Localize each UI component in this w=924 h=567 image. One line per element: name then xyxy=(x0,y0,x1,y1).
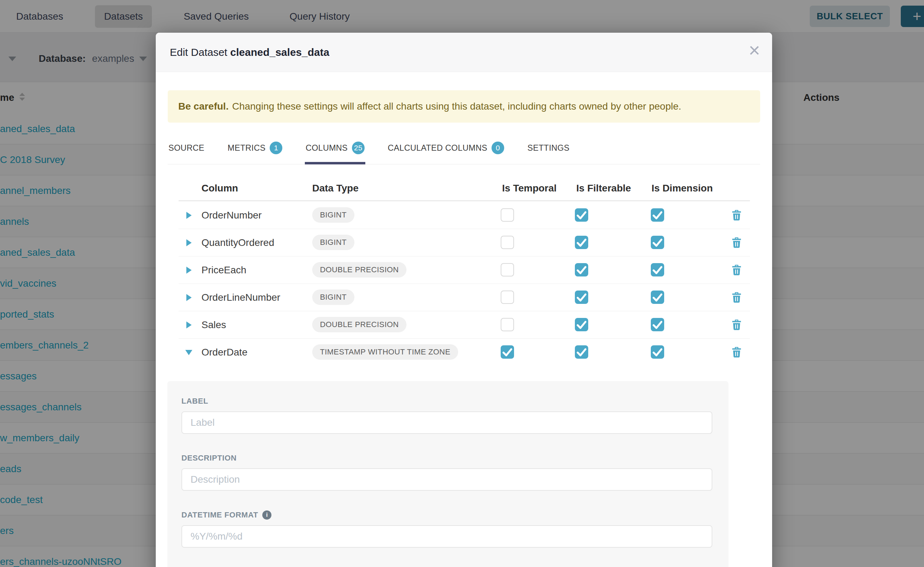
label-input[interactable] xyxy=(181,411,712,434)
column-name: PriceEach xyxy=(202,264,247,276)
is-dimension-checkbox[interactable] xyxy=(651,291,664,304)
is-temporal-checkbox[interactable] xyxy=(501,318,514,331)
data-type-pill: TIMESTAMP WITHOUT TIME ZONE xyxy=(312,344,458,360)
delete-column-icon[interactable] xyxy=(731,236,743,249)
datetime-format-field: DATETIME FORMAT i xyxy=(181,510,712,548)
datetime-format-input[interactable] xyxy=(181,525,712,548)
is-dimension-checkbox[interactable] xyxy=(651,208,664,222)
modal-title: Edit Dataset cleaned_sales_data xyxy=(170,46,330,58)
description-input[interactable] xyxy=(181,468,712,491)
column-name: QuantityOrdered xyxy=(202,237,274,248)
modal-header: Edit Dataset cleaned_sales_data × xyxy=(156,33,772,72)
description-field: DESCRIPTION xyxy=(181,453,712,491)
is-filterable-checkbox[interactable] xyxy=(575,345,588,358)
data-type-pill: DOUBLE PRECISION xyxy=(312,317,406,332)
is-filterable-checkbox[interactable] xyxy=(575,208,588,222)
data-type-pill: BIGINT xyxy=(312,290,354,305)
column-row: OrderLineNumberBIGINT xyxy=(168,284,760,311)
column-header: Column xyxy=(202,183,238,194)
is-dimension-checkbox[interactable] xyxy=(651,263,664,276)
column-name: OrderNumber xyxy=(202,210,262,221)
warning-emphasis: Be careful. xyxy=(178,101,229,112)
columns-table-header: Column Data Type Is Temporal Is Filterab… xyxy=(168,174,760,200)
warning-banner: Be careful. Changing these settings will… xyxy=(168,90,760,123)
column-row: PriceEachDOUBLE PRECISION xyxy=(168,256,760,284)
is-temporal-header: Is Temporal xyxy=(502,183,557,194)
close-icon[interactable]: × xyxy=(749,40,760,60)
column-editor-panel: LABEL DESCRIPTION DATETIME FORMAT i xyxy=(167,381,728,567)
expand-caret-icon[interactable] xyxy=(187,239,192,246)
modal-tabs: SOURCEMETRICS1COLUMNS25CALCULATED COLUMN… xyxy=(168,136,760,164)
is-dimension-checkbox[interactable] xyxy=(651,345,664,358)
modal-body: Be careful. Changing these settings will… xyxy=(156,90,772,567)
is-dimension-checkbox[interactable] xyxy=(651,318,664,331)
tab-settings[interactable]: SETTINGS xyxy=(527,136,570,164)
delete-column-icon[interactable] xyxy=(731,264,743,276)
datetime-format-field-label: DATETIME FORMAT i xyxy=(181,510,712,520)
column-row: QuantityOrderedBIGINT xyxy=(168,229,760,256)
is-filterable-checkbox[interactable] xyxy=(575,263,588,276)
data-type-pill: DOUBLE PRECISION xyxy=(312,262,406,278)
tab-count-badge: 25 xyxy=(352,142,364,154)
is-dimension-checkbox[interactable] xyxy=(651,236,664,249)
is-temporal-checkbox[interactable] xyxy=(501,291,514,304)
columns-rows: OrderNumberBIGINTQuantityOrderedBIGINTPr… xyxy=(168,201,760,366)
is-filterable-checkbox[interactable] xyxy=(575,318,588,331)
delete-column-icon[interactable] xyxy=(731,208,743,221)
edit-dataset-modal: Edit Dataset cleaned_sales_data × Be car… xyxy=(156,33,772,567)
data-type-pill: BIGINT xyxy=(312,207,354,223)
tab-columns[interactable]: COLUMNS25 xyxy=(305,136,365,164)
expand-caret-icon[interactable] xyxy=(187,212,192,219)
is-filterable-checkbox[interactable] xyxy=(575,236,588,249)
dataset-name: cleaned_sales_data xyxy=(230,46,330,58)
expand-caret-icon[interactable] xyxy=(187,321,192,328)
is-temporal-checkbox[interactable] xyxy=(501,236,514,249)
warning-message: Changing these settings will affect all … xyxy=(232,101,681,112)
delete-column-icon[interactable] xyxy=(731,346,743,358)
collapse-caret-icon[interactable] xyxy=(185,350,192,355)
column-name: Sales xyxy=(202,320,226,331)
tab-source[interactable]: SOURCE xyxy=(168,136,205,164)
info-icon[interactable]: i xyxy=(262,510,271,520)
is-temporal-checkbox[interactable] xyxy=(501,263,514,276)
is-temporal-checkbox[interactable] xyxy=(501,208,514,222)
data-type-pill: BIGINT xyxy=(312,235,354,250)
delete-column-icon[interactable] xyxy=(731,291,743,303)
label-field: LABEL xyxy=(181,397,712,434)
data-type-header: Data Type xyxy=(312,183,359,194)
column-row: OrderNumberBIGINT xyxy=(168,201,760,229)
is-filterable-header: Is Filterable xyxy=(576,183,631,194)
tab-count-badge: 1 xyxy=(270,142,282,154)
is-dimension-header: Is Dimension xyxy=(652,183,713,194)
is-temporal-checkbox[interactable] xyxy=(501,345,514,358)
expand-caret-icon[interactable] xyxy=(187,294,192,301)
tab-calculated-columns[interactable]: CALCULATED COLUMNS0 xyxy=(387,136,505,164)
column-name: OrderDate xyxy=(202,347,248,358)
column-name: OrderLineNumber xyxy=(202,292,280,303)
delete-column-icon[interactable] xyxy=(731,318,743,331)
label-field-label: LABEL xyxy=(181,397,712,406)
description-field-label: DESCRIPTION xyxy=(181,453,712,463)
column-row: SalesDOUBLE PRECISION xyxy=(168,311,760,338)
tab-metrics[interactable]: METRICS1 xyxy=(227,136,283,164)
expand-caret-icon[interactable] xyxy=(187,267,192,274)
column-row: OrderDateTIMESTAMP WITHOUT TIME ZONE xyxy=(168,338,760,366)
tab-count-badge: 0 xyxy=(492,142,504,154)
is-filterable-checkbox[interactable] xyxy=(575,291,588,304)
